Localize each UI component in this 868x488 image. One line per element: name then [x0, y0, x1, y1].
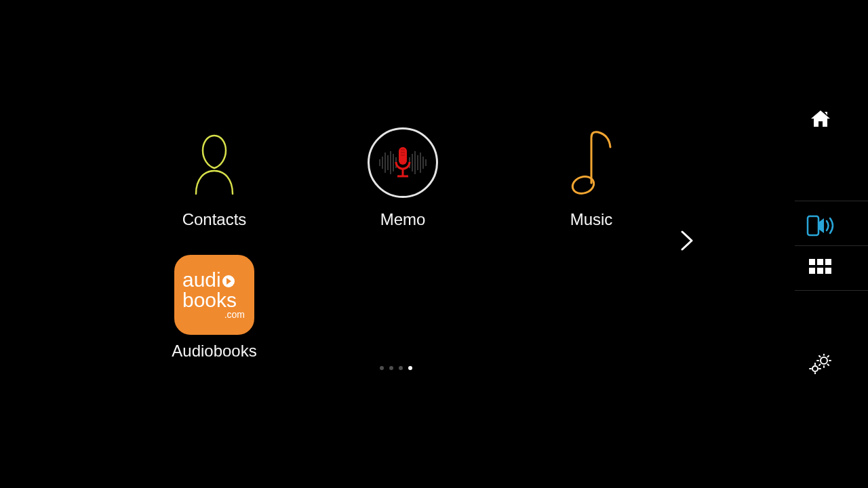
- svg-point-29: [821, 357, 827, 364]
- home-icon: [809, 108, 832, 129]
- svg-rect-24: [817, 259, 823, 265]
- app-label-audiobooks: Audiobooks: [146, 342, 282, 361]
- svg-rect-25: [825, 259, 831, 265]
- page-dot: [399, 366, 403, 370]
- svg-line-35: [828, 356, 829, 357]
- svg-rect-26: [809, 268, 815, 274]
- app-audiobooks[interactable]: audi books .com Audiobooks: [146, 255, 282, 361]
- phone-audio-button[interactable]: [806, 214, 835, 240]
- page-dot: [389, 366, 393, 370]
- contacts-icon: [174, 122, 255, 203]
- svg-line-34: [819, 356, 821, 357]
- svg-rect-21: [808, 216, 818, 235]
- app-contacts[interactable]: Contacts: [146, 122, 282, 229]
- music-note-icon: [551, 122, 632, 203]
- grid-icon: [809, 259, 832, 275]
- app-label-music: Music: [524, 210, 659, 229]
- phone-audio-icon: [806, 214, 835, 237]
- settings-button[interactable]: [809, 354, 832, 377]
- page-dot-active: [408, 366, 412, 370]
- svg-rect-28: [825, 268, 831, 274]
- next-page-arrow[interactable]: [678, 229, 697, 255]
- page-indicator: [380, 366, 412, 370]
- home-button[interactable]: [809, 108, 832, 131]
- apps-grid-button[interactable]: [809, 259, 832, 278]
- app-label-contacts: Contacts: [146, 210, 282, 229]
- app-music[interactable]: Music: [524, 122, 659, 229]
- audiobooks-icon: audi books .com: [174, 255, 255, 335]
- svg-point-38: [812, 366, 818, 371]
- svg-rect-27: [817, 268, 823, 274]
- svg-line-36: [819, 365, 821, 366]
- app-memo[interactable]: Memo: [335, 122, 471, 229]
- svg-rect-23: [809, 259, 815, 265]
- svg-line-37: [828, 365, 829, 366]
- app-label-memo: Memo: [335, 210, 471, 229]
- sidebar: [773, 0, 868, 488]
- play-icon: [222, 275, 235, 287]
- gears-icon: [809, 354, 832, 374]
- page-dot: [380, 366, 384, 370]
- memo-icon: [362, 122, 443, 203]
